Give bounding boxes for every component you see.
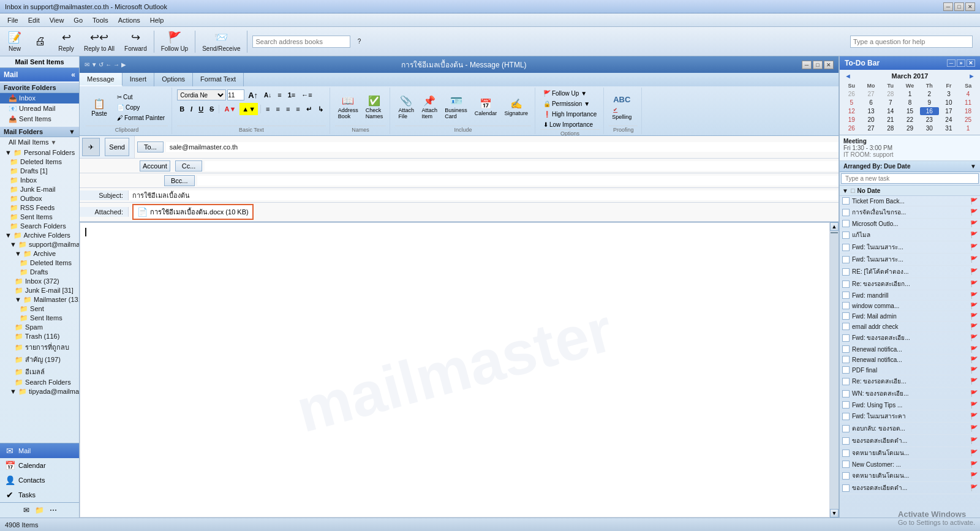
task-checkbox[interactable] [842,334,850,342]
task-item[interactable]: RE: [ใต้โค้ดคำตอง... 🚩 [840,266,980,278]
cc-button[interactable]: Cc... [175,160,203,171]
task-checkbox[interactable] [842,232,850,239]
menu-file[interactable]: File [2,15,23,25]
task-item[interactable]: Fwd: mandrill 🚩 [840,290,980,301]
task-checkbox[interactable] [842,292,850,299]
task-flag-icon[interactable]: 🚩 [970,209,978,216]
task-checkbox[interactable] [842,401,850,409]
font-grow-button[interactable]: A↑ [246,89,260,101]
tab-options[interactable]: Options [154,73,193,86]
sidebar-item-unread-fav[interactable]: 📧 Unread Mail [0,104,79,114]
tree-mm-sent[interactable]: 📁 Sent [0,304,79,314]
task-item[interactable]: Fwd: Using Tips ... 🚩 [840,400,980,410]
task-flag-icon[interactable]: 🚩 [970,313,978,320]
tree-search-folders[interactable]: 📁 Search Folders [0,378,79,387]
permission-button[interactable]: 🔒 Permission ▼ [540,99,600,108]
forward-button[interactable]: ↪ Forward [120,29,151,54]
low-importance-button[interactable]: ⬇ Low Importance [540,120,600,129]
send-action-button[interactable]: Send [105,138,129,156]
tree-search[interactable]: 📁 Search Folders [0,222,79,231]
attach-file-button[interactable]: 📎 AttachFile [395,93,417,121]
task-flag-icon[interactable]: 🚩 [970,390,978,397]
task-checkbox[interactable] [842,209,850,216]
address-book-button[interactable]: 📖 AddressBook [335,93,361,121]
search-help-button[interactable]: ? [353,36,365,47]
task-checkbox[interactable] [842,256,850,263]
tree-deleted-items[interactable]: 📁 Deleted Items [0,157,79,167]
task-item[interactable]: Renewal notifica... 🚩 [840,355,980,365]
task-flag-icon[interactable]: 🚩 [970,461,978,468]
new-task-input[interactable] [841,173,979,184]
menu-view[interactable]: View [45,15,69,25]
task-flag-icon[interactable]: 🚩 [970,402,978,409]
tree-important[interactable]: 📁 สำคัญ (197) [0,353,79,366]
follow-up-toolbar-button[interactable]: 🚩 Follow Up [157,29,192,54]
task-checkbox[interactable] [842,197,850,205]
task-item[interactable]: การจัดเงื่อนไขกรอ... 🚩 [840,206,980,219]
task-flag-icon[interactable]: 🚩 [970,232,978,238]
tree-sent[interactable]: 📁 Sent Items [0,213,79,222]
task-checkbox[interactable] [842,268,850,276]
task-flag-icon[interactable]: 🚩 [970,198,978,205]
task-flag-icon[interactable]: 🚩 [970,367,978,374]
tree-archive[interactable]: ▼ 📁 Archive [0,249,79,258]
search-input[interactable] [252,36,350,48]
compose-maximize-button[interactable]: □ [813,61,823,69]
task-checkbox[interactable] [842,450,850,457]
close-button[interactable]: ✕ [965,2,975,11]
cal-prev-button[interactable]: ◄ [842,72,854,80]
rtl-button[interactable]: ↵ [304,103,314,115]
font-color-button[interactable]: A▼ [222,103,238,115]
tree-drafts[interactable]: 📁 Drafts [1] [0,167,79,176]
tree-thai-deleted[interactable]: 📁 รายการที่ถูกลบ [0,341,79,353]
task-item[interactable]: email addr check 🚩 [840,322,980,332]
task-item[interactable]: window comma... 🚩 [840,301,980,311]
italic-button[interactable]: I [188,103,195,115]
calendar-button[interactable]: 📅 Calendar [472,96,500,118]
tree-inbox[interactable]: 📁 Inbox [0,176,79,185]
task-item[interactable]: Ticket From Back... 🚩 [840,196,980,206]
task-item[interactable]: Renewal notifica... 🚩 [840,344,980,355]
menu-tools[interactable]: Tools [88,15,113,25]
numbered-list-button[interactable]: 1≡ [285,89,298,101]
tree-mm-sent-items[interactable]: 📁 Sent Items [0,314,79,323]
font-shrink-button[interactable]: A↓ [262,89,274,101]
decrease-indent-button[interactable]: ←≡ [299,89,314,101]
menu-go[interactable]: Go [69,15,88,25]
tab-format-text[interactable]: Format Text [193,73,244,86]
task-flag-icon[interactable]: 🚩 [970,356,978,363]
font-size-input[interactable] [227,89,244,100]
send-receive-button[interactable]: 📨 Send/Receive [198,29,244,54]
attach-item-button[interactable]: 📌 AttachItem [418,93,440,121]
signature-button[interactable]: ✍ Signature [501,96,531,118]
nav-calendar[interactable]: 📅 Calendar [0,458,79,473]
spelling-button[interactable]: ABC✔ Spelling [609,93,635,122]
task-checkbox[interactable] [842,345,850,353]
nav-tasks[interactable]: ✔ Tasks [0,488,79,502]
message-body[interactable]: mailmaster [80,222,830,518]
task-checkbox[interactable] [842,323,850,330]
menu-actions[interactable]: Actions [113,15,145,25]
todo-expand-button[interactable]: » [957,59,965,67]
cal-next-button[interactable]: ► [966,72,978,80]
task-flag-icon[interactable]: 🚩 [970,346,978,353]
task-checkbox[interactable] [842,378,850,385]
task-item[interactable]: Re: ของรอดสะเอีย... 🚩 [840,375,980,388]
help-search-input[interactable] [850,36,973,48]
nav-small-mail-icon[interactable]: ✉ [20,504,32,516]
check-names-button[interactable]: ✅ CheckNames [363,93,386,121]
underline-button[interactable]: U [196,103,206,115]
bcc-button[interactable]: Bcc... [164,175,195,186]
new-button[interactable]: 📝 New [2,29,27,54]
task-item[interactable]: จดหมายเดินโดเมน... 🚩 [840,470,980,482]
paste-button[interactable]: 📋 Paste [86,96,113,119]
tree-mailmaster[interactable]: ▼ 📁 Mailmaster (1319) [0,295,79,304]
scroll-thumb[interactable] [831,232,838,233]
task-checkbox[interactable] [842,472,850,480]
task-checkbox[interactable] [842,356,850,363]
todo-close-button[interactable]: ✕ [967,59,975,67]
minimize-button[interactable]: ─ [943,2,953,11]
task-flag-icon[interactable]: 🚩 [970,281,978,287]
task-item[interactable]: Fwd: Mail admin 🚩 [840,311,980,322]
task-flag-icon[interactable]: 🚩 [970,268,978,275]
